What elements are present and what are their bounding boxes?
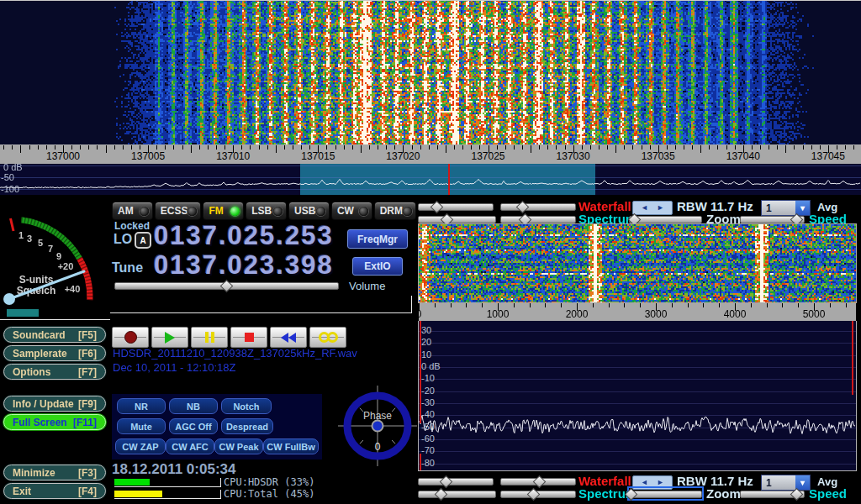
mode-button-label: ECSS — [161, 205, 188, 217]
rewind-button[interactable] — [270, 327, 307, 348]
extio-button[interactable]: ExtIO — [352, 257, 403, 276]
top-waterfall-brightness-slider[interactable] — [418, 201, 494, 212]
zoom-frequency-scale[interactable]: 010002000300040005000 — [419, 302, 856, 321]
main-waterfall-display[interactable] — [0, 0, 861, 144]
mode-button-ecss[interactable]: ECSS — [155, 202, 202, 220]
mode-button-am[interactable]: AM — [112, 202, 153, 220]
mode-button-fm[interactable]: FM — [203, 202, 244, 220]
system-button-soundcard[interactable]: Soundcard[F5] — [3, 327, 106, 343]
bottom-spectrum-brightness-slider[interactable] — [418, 488, 496, 499]
stop-button[interactable] — [230, 327, 267, 348]
zoom-spectrum-display[interactable]: 3020100 dB-10-20-30-40-50-60-70-80 — [418, 321, 857, 471]
record-button[interactable] — [112, 327, 149, 348]
top-waterfall-contrast-slider-track — [500, 203, 576, 211]
dsp-button-label: Despread — [226, 422, 268, 432]
bottom-spectrum-contrast-slider[interactable] — [500, 488, 576, 499]
dsp-button-notch[interactable]: Notch — [221, 398, 272, 414]
recorder-button-row — [112, 327, 346, 348]
dsp-button-nb[interactable]: NB — [169, 398, 218, 414]
top-dropdown-arrow-icon: ▾ — [800, 203, 805, 213]
mode-button-drm[interactable]: DRM — [374, 202, 416, 220]
bottom-waterfall-contrast-slider-thumb[interactable] — [533, 475, 547, 489]
top-rbw-decrease-arrow-icon[interactable]: ◄ — [641, 204, 648, 212]
bottom-waterfall-brightness-slider-thumb[interactable] — [440, 475, 453, 489]
system-button-samplerate[interactable]: Samplerate[F6] — [3, 345, 106, 361]
phase-center-knob[interactable] — [372, 421, 383, 432]
cpu-total-bar — [114, 490, 221, 499]
smeter-tick-plus40: +40 — [65, 284, 81, 294]
top-waterfall-contrast-slider[interactable] — [500, 201, 576, 212]
system-button-label: Samplerate — [13, 348, 67, 360]
lo-frequency-display[interactable]: 0137.025.253 — [154, 221, 334, 251]
system-button-options[interactable]: Options[F7] — [3, 364, 106, 380]
dsp-button-label: Mute — [130, 422, 152, 432]
dsp-button-despread[interactable]: Despread — [221, 418, 273, 434]
play-button[interactable] — [151, 327, 188, 348]
dsp-button-agc-off[interactable]: AGC Off — [169, 418, 218, 434]
mode-led-icon — [316, 207, 325, 216]
cpu-total-label: CPU:Total (45%) — [224, 488, 314, 500]
smeter-tick-plus20: +20 — [58, 261, 74, 271]
squelch-marker[interactable] — [11, 218, 14, 231]
dsp-button-label: NB — [187, 402, 200, 412]
cpu-hdsdr-fill — [114, 479, 150, 486]
top-waterfall-brightness-slider-thumb[interactable] — [430, 201, 443, 214]
main-scale-label-137005: 137005 — [131, 150, 165, 162]
bottom-rbw-decrease-arrow-icon[interactable]: ◄ — [641, 479, 648, 486]
dsp-button-cw-fullbw[interactable]: CW FullBw — [263, 438, 319, 454]
rewind-icon — [281, 333, 296, 343]
mode-button-label: LSB — [251, 205, 272, 217]
pause-button[interactable] — [191, 327, 228, 348]
system-button-label: Full Screen — [13, 417, 67, 428]
mode-button-cw[interactable]: CW — [331, 202, 372, 220]
dsp-button-label: CW FullBw — [267, 442, 314, 452]
system-button-exit[interactable]: Exit[F4] — [3, 483, 106, 499]
main-db-label-50: -50 — [1, 172, 14, 182]
mode-button-usb[interactable]: USB — [288, 202, 330, 220]
zoom-waterfall-display[interactable] — [419, 224, 856, 302]
dsp-button-cw-peak[interactable]: CW Peak — [214, 438, 263, 454]
tune-frequency-display[interactable]: 0137.023.398 — [154, 250, 334, 281]
record-icon — [124, 331, 137, 344]
squelch-level-bar[interactable] — [7, 309, 39, 317]
bottom-rbw-increase-arrow-icon[interactable]: ► — [657, 479, 664, 486]
dsp-button-nr[interactable]: NR — [117, 398, 166, 414]
mode-button-label: AM — [118, 205, 134, 217]
bottom-speed-slider-thumb[interactable] — [790, 488, 803, 501]
main-spectrum-display[interactable]: 0 dB-50-100 — [0, 164, 861, 195]
dsp-button-cw-zap[interactable]: CW ZAP — [115, 438, 166, 454]
system-button-full-screen[interactable]: Full Screen[F11] — [3, 414, 106, 430]
mode-button-label: DRM — [380, 205, 403, 217]
bottom-spectrum-contrast-slider-thumb[interactable] — [526, 488, 540, 501]
zoom-spectrum-corner-marker — [420, 454, 421, 470]
mode-button-lsb[interactable]: LSB — [246, 202, 287, 220]
dsp-button-cw-afc[interactable]: CW AFC — [166, 438, 214, 454]
loop-button[interactable] — [309, 327, 346, 348]
system-button-label: Info / Update — [13, 398, 74, 410]
volume-slider[interactable] — [114, 280, 339, 291]
bottom-speed-slider[interactable] — [740, 488, 805, 499]
phase-dial[interactable]: Phase 0 — [338, 384, 417, 468]
top-waterfall-contrast-slider-thumb[interactable] — [516, 201, 530, 214]
zoom-scale-label-4000: 4000 — [724, 308, 747, 320]
mode-led-icon — [140, 207, 149, 216]
system-button-info-update[interactable]: Info / Update[F9] — [3, 396, 106, 412]
zoom-spectrum-right-marker — [852, 321, 853, 395]
locked-label: Locked — [114, 220, 150, 232]
volume-slider-thumb[interactable] — [219, 280, 233, 293]
system-button-key: [F5] — [78, 329, 97, 341]
system-button-key: [F6] — [78, 348, 97, 360]
bottom-zoom-slider[interactable] — [629, 488, 702, 499]
bottom-waterfall-contrast-slider[interactable] — [500, 475, 576, 486]
pause-icon — [205, 332, 214, 343]
stop-icon — [245, 333, 254, 342]
top-rbw-increase-arrow-icon[interactable]: ► — [657, 204, 664, 212]
dsp-button-mute[interactable]: Mute — [117, 418, 166, 434]
system-button-minimize[interactable]: Minimize[F3] — [3, 465, 106, 480]
bottom-spectrum-brightness-slider-thumb[interactable] — [435, 488, 448, 501]
main-frequency-scale[interactable]: 1370001370051370101370151370201370251370… — [0, 144, 861, 164]
bottom-waterfall-brightness-slider[interactable] — [418, 475, 494, 486]
smeter-tick-1: 1 — [18, 230, 24, 240]
auto-lo-badge[interactable]: A — [135, 232, 151, 249]
freqmgr-button[interactable]: FreqMgr — [347, 229, 408, 249]
